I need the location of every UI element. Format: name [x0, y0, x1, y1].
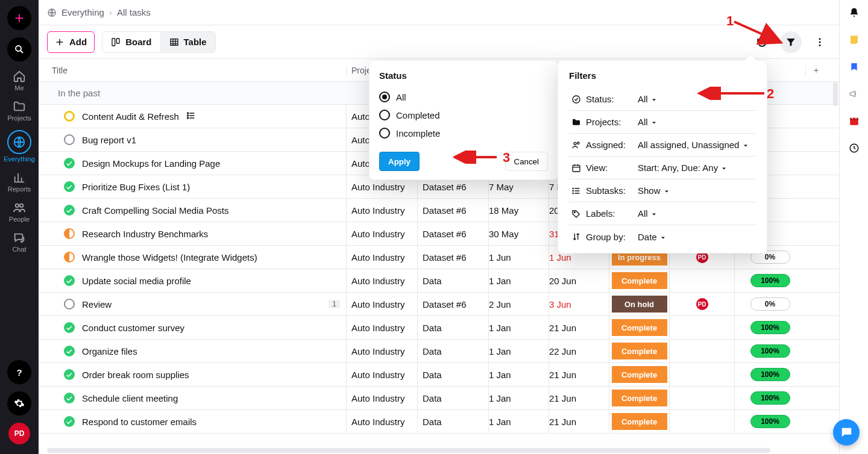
scrollbar-h[interactable]: [39, 447, 839, 454]
board-tab[interactable]: Board: [102, 32, 160, 52]
status-dot[interactable]: [64, 111, 75, 122]
create-button[interactable]: [7, 6, 31, 30]
status-dot[interactable]: [64, 299, 75, 309]
status-dot[interactable]: [64, 369, 75, 380]
filter-value[interactable]: All: [638, 208, 756, 219]
status-option[interactable]: Incomplete: [379, 124, 548, 142]
progress-pill[interactable]: 100%: [750, 321, 790, 334]
table-row[interactable]: Organize filesAuto IndustryData1 Jan22 J…: [39, 340, 839, 363]
sidebar-item-chat[interactable]: Chat: [12, 231, 26, 253]
status-dot[interactable]: [64, 134, 75, 145]
status-dot[interactable]: [64, 322, 75, 333]
cancel-button[interactable]: Cancel: [505, 152, 549, 171]
add-button[interactable]: Add: [47, 31, 95, 53]
chat-bubble-button[interactable]: [833, 419, 860, 446]
filter-row[interactable]: Group by:Date: [569, 225, 756, 248]
filter-value[interactable]: Start: Any, Due: Any: [638, 163, 756, 173]
progress-pill[interactable]: 100%: [750, 368, 790, 381]
sidebar-item-label: Projects: [7, 114, 31, 122]
status-badge[interactable]: Complete: [612, 390, 667, 406]
svg-point-13: [819, 44, 821, 46]
svg-point-24: [574, 211, 575, 213]
help-icon: ?: [16, 367, 22, 378]
progress-pill[interactable]: 100%: [750, 415, 790, 428]
sidebar-item-everything[interactable]: Everything: [4, 130, 35, 163]
table-row[interactable]: Schedule client meetingAuto IndustryData…: [39, 387, 839, 410]
avatar[interactable]: PD: [8, 423, 30, 444]
status-dot[interactable]: [64, 205, 75, 216]
table-row[interactable]: Update social media profileAuto Industry…: [39, 269, 839, 293]
status-badge[interactable]: Complete: [612, 366, 667, 383]
status-badge[interactable]: On hold: [612, 296, 667, 313]
filter-value[interactable]: Show: [638, 185, 756, 196]
status-badge[interactable]: Complete: [612, 319, 667, 336]
more-button[interactable]: [809, 31, 831, 53]
apply-button[interactable]: Apply: [379, 152, 420, 171]
refresh-button[interactable]: [751, 31, 773, 53]
sidebar-item-people[interactable]: People: [9, 201, 30, 223]
crumb-leaf[interactable]: All tasks: [117, 7, 151, 17]
table-tab[interactable]: Table: [161, 32, 215, 52]
filter-row[interactable]: Subtasks:Show: [569, 179, 756, 202]
table-row[interactable]: Order break room suppliesAuto IndustryDa…: [39, 363, 839, 387]
filter-row[interactable]: Assigned:All assigned, Unassigned: [569, 134, 756, 157]
filter-row[interactable]: Projects:All: [569, 111, 756, 134]
right-sidebar: [839, 0, 868, 454]
status-option[interactable]: All: [379, 88, 548, 106]
progress-pill[interactable]: 100%: [750, 391, 790, 405]
svg-point-2: [16, 204, 19, 208]
status-badge[interactable]: Complete: [612, 343, 667, 359]
status-dot[interactable]: [64, 252, 75, 263]
svg-rect-9: [117, 39, 120, 43]
clock-icon[interactable]: [849, 143, 860, 155]
status-dot[interactable]: [64, 393, 75, 403]
list-icon: [569, 186, 583, 196]
progress-pill[interactable]: 100%: [750, 344, 790, 358]
filter-value[interactable]: All assigned, Unassigned: [638, 140, 756, 150]
svg-rect-20: [573, 165, 580, 172]
scrollbar-v[interactable]: [833, 82, 838, 106]
filter-value[interactable]: Date: [638, 232, 756, 242]
status-badge[interactable]: Complete: [612, 272, 667, 289]
progress-pill[interactable]: 100%: [750, 274, 790, 287]
assignee-chip[interactable]: PD: [696, 298, 708, 310]
status-option[interactable]: Completed: [379, 106, 548, 124]
col-title[interactable]: Title: [39, 66, 346, 75]
status-dot[interactable]: [64, 275, 75, 286]
sidebar-item-projects[interactable]: Projects: [7, 100, 31, 122]
filter-row[interactable]: Labels:All: [569, 202, 756, 225]
bookmark-icon[interactable]: [849, 61, 859, 74]
sidebar-item-me[interactable]: Me: [13, 70, 26, 92]
progress-pill[interactable]: 0%: [750, 297, 790, 311]
chevron-down-icon: [742, 142, 749, 149]
status-badge[interactable]: Complete: [612, 413, 667, 430]
bell-icon[interactable]: [849, 7, 860, 20]
filters-title: Filters: [569, 70, 756, 81]
megaphone-icon[interactable]: [849, 89, 860, 101]
filter-value[interactable]: All: [638, 94, 756, 104]
search-button[interactable]: [7, 37, 31, 61]
sidebar-item-label: Everything: [4, 155, 35, 163]
table-row[interactable]: Conduct customer surveyAuto IndustryData…: [39, 316, 839, 340]
sidebar-item-reports[interactable]: Reports: [8, 171, 31, 193]
task-title: Schedule client meeting: [82, 393, 178, 403]
help-button[interactable]: ?: [7, 360, 31, 384]
task-title: Design Mockups for Landing Page: [82, 158, 220, 169]
status-dot[interactable]: [64, 416, 75, 427]
filter-row[interactable]: Status:All: [569, 88, 756, 111]
table-row[interactable]: Review1Auto IndustryDataset #62 Jun3 Jun…: [39, 293, 839, 316]
note-icon[interactable]: [849, 34, 860, 47]
crumb-root[interactable]: Everything: [61, 7, 104, 17]
folder-icon: [13, 100, 26, 113]
filter-button[interactable]: [780, 31, 802, 53]
status-dot[interactable]: [64, 181, 75, 192]
status-dot[interactable]: [64, 158, 75, 169]
calendar-icon[interactable]: [849, 116, 860, 128]
filter-value[interactable]: All: [638, 117, 756, 127]
settings-button[interactable]: [7, 391, 31, 415]
filter-row[interactable]: View:Start: Any, Due: Any: [569, 157, 756, 179]
status-dot[interactable]: [64, 228, 75, 239]
add-column[interactable]: ＋: [805, 65, 826, 76]
status-dot[interactable]: [64, 346, 75, 356]
table-row[interactable]: Respond to customer emailsAuto IndustryD…: [39, 410, 839, 434]
